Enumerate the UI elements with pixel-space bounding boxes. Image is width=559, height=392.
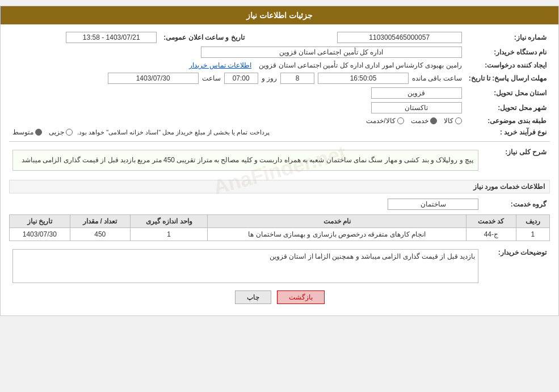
creator-label: ایجاد کننده درخواست: bbox=[465, 60, 550, 71]
col-name: نام خدمت bbox=[208, 215, 466, 228]
creator-value: رامین بهبودی کارشناس امور اداری اداره کل… bbox=[259, 61, 461, 69]
process-note: پرداخت تمام یا بخشی از مبلغ خریداز محل "… bbox=[77, 129, 270, 136]
cell-name-0: انجام کارهای متفرقه درخصوص بازسازی و بهس… bbox=[208, 228, 466, 241]
button-row: بازگشت چاپ bbox=[9, 290, 550, 304]
deadline-remaining: 16:50:05 bbox=[318, 73, 409, 84]
services-table: ردیف کد خدمت نام خدمت واحد اندازه گیری ت… bbox=[9, 214, 550, 241]
col-date: تاریخ نیاز bbox=[10, 215, 70, 228]
col-qty: تعداد / مقدار bbox=[70, 215, 130, 228]
category-both-label: کالا/خدمت bbox=[366, 117, 395, 125]
category-khedmat-radio[interactable]: خدمت bbox=[411, 117, 437, 125]
print-button[interactable]: چاپ bbox=[235, 290, 271, 304]
date-value: 1403/07/21 - 13:58 bbox=[66, 32, 157, 43]
category-kala-radio[interactable]: کالا bbox=[444, 117, 462, 125]
col-unit: واحد اندازه گیری bbox=[131, 215, 208, 228]
cell-row-0: 1 bbox=[516, 228, 549, 241]
table-row: 1 ج-44 انجام کارهای متفرقه درخصوص بازساز… bbox=[10, 228, 550, 241]
category-both-circle bbox=[397, 117, 404, 124]
process-mota-label: متوسط bbox=[12, 128, 33, 136]
province-value: قزوین bbox=[371, 87, 462, 99]
need-number-value: 1103005465000057 bbox=[337, 32, 462, 43]
deadline-day-label: روز و bbox=[262, 74, 277, 82]
category-label: طبقه بندی موضوعی: bbox=[465, 115, 550, 127]
city-value: تاکستان bbox=[371, 102, 462, 113]
description-text: پیچ و رولپلاک و بند کشی و مهار سنگ نمای … bbox=[12, 150, 478, 171]
cell-qty-0: 450 bbox=[70, 228, 130, 241]
deadline-date: 1403/07/30 bbox=[108, 73, 199, 84]
category-kala-circle bbox=[455, 117, 462, 124]
deadline-label: مهلت ارسال پاسخ: تا تاریخ: bbox=[465, 71, 550, 86]
description-label: شرح کلی نیاز: bbox=[482, 145, 550, 175]
date-label: تاریخ و ساعت اعلان عمومی: bbox=[160, 30, 261, 45]
divider-1 bbox=[9, 141, 550, 142]
deadline-remaining-label: ساعت باقی مانده bbox=[412, 74, 462, 82]
province-label: استان محل تحویل: bbox=[465, 86, 550, 100]
process-mota-radio[interactable]: متوسط bbox=[12, 128, 42, 136]
process-label: نوع فرآیند خرید : bbox=[465, 127, 550, 138]
buyer-desc-value: بازدید قبل از قیمت گذاری الزامی میباشد و… bbox=[12, 249, 478, 283]
col-row: ردیف bbox=[516, 215, 549, 228]
cell-date-0: 1403/07/30 bbox=[10, 228, 70, 241]
buyer-name-value: اداره کل تأمین اجتماعی استان قزوین bbox=[201, 47, 462, 58]
buyer-desc-label: توضیحات خریدار: bbox=[482, 246, 550, 285]
category-khedmat-label: خدمت bbox=[411, 117, 428, 125]
deadline-days: 8 bbox=[280, 73, 314, 84]
category-both-radio[interactable]: کالا/خدمت bbox=[366, 117, 404, 125]
cell-unit-0: 1 bbox=[131, 228, 208, 241]
service-group-value: ساختمان bbox=[388, 199, 478, 210]
buyer-name-label: نام دستگاه خریدار: bbox=[465, 45, 550, 60]
process-jozi-radio[interactable]: جزیی bbox=[49, 128, 73, 136]
category-khedmat-circle bbox=[430, 117, 437, 124]
col-code: کد خدمت bbox=[466, 215, 516, 228]
process-jozi-label: جزیی bbox=[49, 128, 64, 136]
cell-code-0: ج-44 bbox=[466, 228, 516, 241]
back-button[interactable]: بازگشت bbox=[277, 290, 325, 304]
creator-link[interactable]: اطلاعات تماس خریدار bbox=[189, 61, 251, 69]
deadline-time: 07:00 bbox=[224, 73, 258, 84]
need-number-label: شماره نیاز: bbox=[465, 30, 550, 45]
deadline-time-label: ساعت bbox=[202, 74, 221, 82]
services-section-title: اطلاعات خدمات مورد نیاز bbox=[9, 180, 550, 193]
page-title: جزئیات اطلاعات نیاز bbox=[1, 6, 558, 24]
city-label: شهر محل تحویل: bbox=[465, 100, 550, 115]
process-mota-circle bbox=[35, 129, 42, 136]
process-jozi-circle bbox=[66, 129, 73, 136]
category-kala-label: کالا bbox=[444, 117, 453, 125]
service-group-label: گروه خدمت: bbox=[482, 197, 550, 212]
